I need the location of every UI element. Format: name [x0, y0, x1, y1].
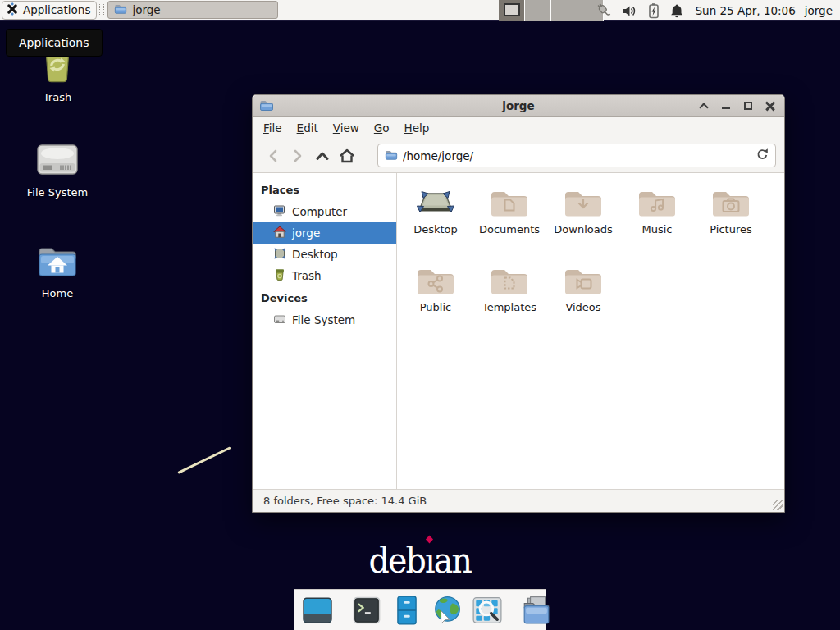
menu-edit[interactable]: Edit [290, 118, 326, 138]
applications-menu-button[interactable]: Applications [2, 1, 97, 20]
file-cabinet-icon [391, 595, 422, 626]
trash-icon [273, 268, 286, 284]
folder-icon [385, 148, 398, 163]
workspace-pager [499, 0, 604, 21]
wallpaper-swirl-line [177, 446, 231, 474]
terminal-icon [351, 595, 382, 626]
applications-tooltip: Applications [6, 29, 103, 57]
desktop-icon-home[interactable]: Home [16, 244, 98, 299]
file-item-label: Music [642, 223, 673, 235]
file-item-label: Documents [479, 223, 540, 235]
dock [294, 589, 546, 630]
menu-go[interactable]: Go [367, 118, 397, 138]
file-item-desktop[interactable]: Desktop [399, 186, 472, 264]
workspace-window-thumb [504, 3, 520, 16]
file-item-downloads[interactable]: Downloads [546, 186, 620, 264]
workspace-2[interactable] [525, 0, 551, 21]
show-desktop-icon [302, 595, 333, 626]
file-item-label: Desktop [413, 223, 458, 235]
file-item-label: Pictures [710, 223, 751, 235]
up-button[interactable] [310, 144, 335, 168]
sidebar-item-label: Trash [292, 269, 322, 282]
status-text: 8 folders, Free space: 14.4 GiB [263, 495, 427, 507]
file-item-label: Public [420, 301, 451, 313]
sidebar-item-label: Desktop [292, 248, 338, 261]
home-folder-icon [37, 244, 78, 282]
file-item-pictures[interactable]: Pictures [694, 186, 768, 264]
web-browser-launcher[interactable] [431, 595, 463, 626]
desktop-icon [273, 247, 286, 262]
hard-drive-icon [273, 313, 286, 328]
sidebar: Places Computer [253, 173, 397, 489]
volume-icon[interactable] [621, 3, 637, 19]
user-home-icon [273, 226, 286, 241]
taskbar-window-button[interactable]: jorge [107, 1, 278, 19]
file-item-music[interactable]: Music [620, 186, 694, 264]
reload-icon[interactable] [756, 148, 769, 163]
sidebar-item-label: Computer [292, 205, 347, 218]
file-item-label: Downloads [554, 223, 612, 235]
file-item-documents[interactable]: Documents [472, 186, 546, 264]
maximize-button[interactable] [741, 98, 756, 113]
sidebar-heading-devices: Devices [253, 286, 396, 309]
applications-menu-label: Applications [23, 3, 90, 16]
show-desktop-button[interactable] [302, 595, 333, 626]
resize-grip[interactable] [773, 500, 783, 510]
toolbar [253, 139, 784, 173]
close-button[interactable] [763, 98, 778, 113]
app-finder-icon [472, 595, 503, 626]
shade-button[interactable] [696, 98, 711, 113]
forward-button[interactable] [285, 144, 310, 168]
desktop-icon-label: File System [27, 186, 88, 199]
desktop-icon-label: Trash [43, 91, 71, 103]
notification-bell-icon[interactable] [669, 3, 684, 19]
sidebar-item-computer[interactable]: Computer [253, 201, 396, 222]
workspace-1[interactable] [499, 0, 525, 21]
desktop-icon-label: Home [42, 287, 73, 299]
home-button[interactable] [335, 144, 359, 168]
menu-help[interactable]: Help [397, 118, 437, 138]
power-adapter-icon[interactable] [595, 2, 612, 20]
directory-menu-button[interactable] [521, 595, 552, 626]
path-input[interactable] [403, 149, 751, 162]
icon-view[interactable]: Desktop Documents Downloads Music Pictur… [397, 173, 784, 489]
file-item-templates[interactable]: Templates [472, 264, 546, 342]
sidebar-item-file-system[interactable]: File System [253, 309, 396, 331]
desktop-icon-file-system[interactable]: File System [16, 141, 98, 199]
taskbar-window-label: jorge [132, 3, 160, 16]
minimize-button[interactable] [719, 98, 733, 113]
file-manager-window: jorge File Edit View Go Help [252, 94, 785, 513]
terminal-launcher[interactable] [351, 595, 382, 626]
debian-logo: debıan [0, 540, 840, 581]
file-item-videos[interactable]: Videos [546, 264, 620, 342]
file-manager-launcher[interactable] [391, 595, 422, 626]
sidebar-item-label: jorge [292, 226, 320, 240]
hard-drive-icon [35, 141, 80, 181]
file-item-label: Templates [482, 301, 536, 313]
panel-clock[interactable]: Sun 25 Apr, 10:06 [696, 4, 796, 17]
panel-separator-grip[interactable] [99, 4, 104, 16]
sidebar-item-trash[interactable]: Trash [253, 265, 396, 286]
sidebar-heading-places: Places [253, 178, 396, 201]
menu-view[interactable]: View [326, 118, 367, 138]
top-panel: Applications jorge [0, 0, 840, 21]
menu-file[interactable]: File [256, 118, 290, 138]
xfce-menu-icon [6, 2, 19, 18]
statusbar: 8 folders, Free space: 14.4 GiB [253, 489, 784, 512]
computer-icon [273, 204, 286, 220]
sidebar-item-jorge[interactable]: jorge [253, 222, 396, 244]
battery-icon[interactable] [646, 2, 660, 19]
sidebar-item-desktop[interactable]: Desktop [253, 244, 396, 265]
back-button[interactable] [261, 144, 285, 168]
menubar: File Edit View Go Help [253, 117, 784, 139]
file-item-label: Videos [565, 301, 600, 313]
workspace-3[interactable] [551, 0, 578, 21]
window-titlebar[interactable]: jorge [253, 95, 784, 117]
app-finder-launcher[interactable] [472, 595, 503, 626]
file-item-public[interactable]: Public [399, 264, 472, 342]
system-tray: Sun 25 Apr, 10:06 jorge [595, 0, 840, 21]
sidebar-item-label: File System [292, 313, 355, 326]
web-browser-globe-icon [431, 595, 463, 626]
panel-username[interactable]: jorge [805, 4, 833, 17]
location-bar[interactable] [377, 144, 776, 167]
